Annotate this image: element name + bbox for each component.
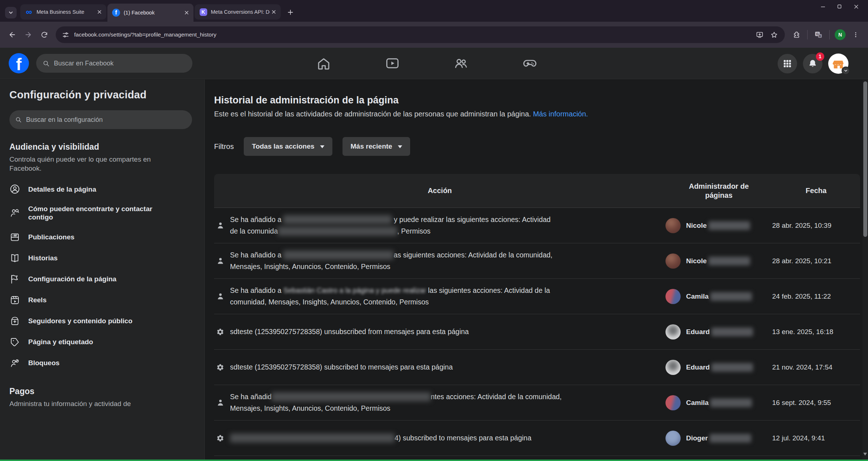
sidebar-item[interactable]: Seguidores y contenido público: [9, 311, 192, 332]
watch-icon[interactable]: [385, 56, 401, 72]
sidebar-item[interactable]: Bloqueos: [9, 353, 192, 374]
avatar: [665, 395, 681, 410]
browser-menu-icon[interactable]: [848, 27, 864, 43]
action-cell: Se ha añadidntes acciones: Actividad de …: [230, 391, 650, 414]
new-tab-button[interactable]: [285, 7, 296, 18]
table-row: 4) subscribed to mensajes para esta pági…: [214, 421, 860, 456]
sidebar-item[interactable]: Reels: [9, 290, 192, 311]
back-button[interactable]: [4, 27, 20, 43]
sort-filter-dropdown[interactable]: Más reciente: [342, 137, 410, 156]
screen-share-border: [0, 460, 868, 461]
sidebar-item[interactable]: Publicaciones: [9, 227, 192, 248]
groups-icon[interactable]: [454, 56, 469, 72]
browser-profile-avatar[interactable]: N: [835, 29, 846, 40]
close-icon[interactable]: [183, 9, 191, 17]
admin-name: Eduard: [686, 363, 710, 371]
scroll-down-arrow[interactable]: [863, 453, 867, 457]
forward-button[interactable]: [20, 27, 36, 43]
sidebar-item-label: Detalles de la página: [28, 185, 96, 193]
section-heading: Audiencia y visibilidad: [9, 142, 192, 152]
reload-button[interactable]: [36, 27, 52, 43]
action-filter-dropdown[interactable]: Todas las acciones: [244, 137, 332, 156]
tab-meta-conversions-api[interactable]: K Meta Conversions API: Descripc: [195, 4, 281, 20]
search-icon: [15, 116, 22, 123]
sidebar-item[interactable]: Detalles de la página: [9, 179, 192, 200]
sidebar-item-label: Publicaciones: [28, 233, 75, 241]
minimize-button[interactable]: [814, 0, 831, 13]
translate-icon[interactable]: GA: [810, 27, 826, 43]
home-icon[interactable]: [316, 56, 332, 72]
action-text: 4) subscribed to mensajes para esta pági…: [395, 434, 531, 442]
redacted-surname: [710, 292, 752, 301]
redacted-surname: [709, 257, 750, 265]
close-icon[interactable]: [270, 8, 278, 16]
redacted-text: [283, 215, 392, 224]
facebook-header: f Buscar en Facebook 1: [0, 48, 868, 79]
site-settings-icon[interactable]: [62, 31, 69, 38]
learn-more-link[interactable]: Más información.: [533, 110, 588, 118]
notification-badge: 1: [816, 52, 824, 61]
sidebar-item-label: Página y etiquetado: [28, 338, 93, 346]
date-cell: 16 sept. 2024, 9:55: [772, 399, 860, 407]
browser-toolbar: facebook.com/settings/?tab=profile_manag…: [0, 22, 868, 48]
redacted-text: [283, 251, 393, 260]
close-window-button[interactable]: [848, 0, 864, 13]
facebook-search-input[interactable]: Buscar en Facebook: [36, 54, 192, 73]
redacted-text: [230, 434, 395, 443]
page-profile-avatar[interactable]: [828, 54, 848, 74]
tag-icon: [9, 337, 20, 347]
menu-grid-button[interactable]: [778, 54, 797, 73]
chevron-down-icon: [842, 67, 850, 75]
page-scrollbar: [863, 80, 868, 460]
person-icon: [214, 292, 230, 300]
sidebar-item-label: Seguidores y contenido público: [28, 317, 132, 325]
sidebar-item[interactable]: Configuración de la página: [9, 269, 192, 290]
bookmark-star-icon[interactable]: [767, 27, 781, 42]
column-header-admin: Administrador de páginas: [665, 182, 772, 200]
gaming-icon[interactable]: [522, 56, 538, 72]
action-text: las siguientes acciones: Actividad de la: [426, 286, 550, 294]
close-icon[interactable]: [95, 8, 103, 16]
address-bar[interactable]: facebook.com/settings/?tab=profile_manag…: [56, 26, 785, 43]
tab-facebook[interactable]: f (1) Facebook: [107, 4, 193, 22]
redacted-surname: [711, 363, 753, 372]
payments-heading: Pagos: [9, 387, 192, 396]
date-cell: 12 jul. 2024, 9:41: [772, 434, 860, 442]
table-row: sdteste (1253950275728358) subscribed to…: [214, 350, 860, 385]
admin-name: Camila: [686, 293, 709, 300]
blurred-text: Sebastián Castro a la página y puede rea…: [283, 286, 426, 294]
sidebar-item[interactable]: Historias: [9, 248, 192, 269]
avatar: [665, 253, 681, 269]
notifications-button[interactable]: 1: [803, 54, 822, 73]
settings-search-input[interactable]: Buscar en la configuración: [9, 110, 192, 129]
page-description: Este es el historial de las actividades …: [214, 110, 860, 118]
redacted-surname: [709, 221, 750, 230]
tab-label: Meta Conversions API: Descripc: [211, 9, 270, 15]
redacted-surname: [710, 434, 751, 443]
payments-description: Administra tu información y actividad de: [9, 399, 169, 408]
url-text: facebook.com/settings/?tab=profile_manag…: [74, 31, 752, 38]
reels-icon: [9, 295, 20, 306]
avatar: [665, 324, 681, 340]
admin-name: Nicole: [686, 222, 707, 230]
maximize-button[interactable]: [831, 0, 848, 13]
action-cell: Se ha añadido a y puede realizar las sig…: [230, 214, 650, 236]
table-row: Se ha añadido a as siguientes acciones: …: [214, 243, 860, 279]
sidebar-items: Detalles de la página Cómo pueden encont…: [9, 179, 192, 373]
history-table: Acción Administrador de páginas Fecha Se…: [214, 174, 860, 456]
sidebar-item[interactable]: Página y etiquetado: [9, 332, 192, 353]
action-text: Se ha añadid: [230, 393, 272, 401]
person-block-icon: [9, 358, 20, 368]
action-text: Se ha añadido a: [230, 215, 283, 223]
admin-cell: Camila: [665, 395, 772, 410]
install-app-icon[interactable]: [752, 27, 767, 42]
tab-search-button[interactable]: [5, 7, 17, 18]
extensions-icon[interactable]: [788, 27, 804, 43]
tab-meta-business-suite[interactable]: ∞ Meta Business Suite: [20, 4, 106, 20]
filters-label: Filtros: [214, 142, 234, 151]
sidebar-item[interactable]: Cómo pueden encontrarte y contactar cont…: [9, 200, 192, 226]
admin-name: Eduard: [686, 328, 710, 336]
facebook-home-logo[interactable]: f: [9, 53, 29, 73]
scrollbar-thumb[interactable]: [863, 81, 867, 237]
person-circle-icon: [9, 184, 20, 195]
